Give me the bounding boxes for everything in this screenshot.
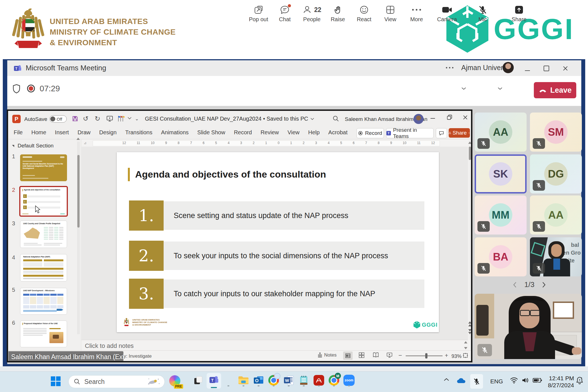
ppt-share-button[interactable]: Share	[449, 128, 470, 138]
zoom-slider-thumb[interactable]	[425, 353, 427, 358]
autosave-toggle[interactable]: Off	[49, 115, 67, 123]
record-presentation-button[interactable]: Record	[357, 128, 384, 138]
quickaccess-chevron-icon[interactable]	[128, 117, 132, 119]
undo-icon[interactable]: ↺	[83, 115, 89, 123]
toolbar-overflow-icon[interactable]: ⌄	[135, 116, 139, 122]
chat-button[interactable]: Chat	[271, 5, 298, 23]
taskbar-outlook[interactable]: O	[252, 374, 265, 387]
zoom-out-button[interactable]: −	[398, 352, 402, 359]
taskbar-edge[interactable]	[222, 374, 235, 387]
slide-canvas[interactable]: Agenda and objectives of the consultatio…	[117, 152, 439, 332]
menu-view[interactable]: View	[288, 129, 300, 136]
panel-scroll-up-icon[interactable]	[77, 138, 80, 140]
menu-transitions[interactable]: Transitions	[125, 129, 152, 136]
view-slideshow-button[interactable]	[387, 352, 392, 358]
participant-tile-aa1[interactable]: AA	[475, 113, 527, 152]
task-view-button[interactable]	[192, 374, 204, 387]
ppt-search-icon[interactable]	[333, 115, 339, 122]
menu-help[interactable]: Help	[308, 129, 320, 136]
zoom-percent[interactable]: 93%	[451, 353, 462, 359]
mic-button[interactable]: Mic	[472, 5, 494, 23]
tray-language[interactable]: ENG	[490, 378, 503, 385]
view-sorter-button[interactable]	[359, 352, 364, 358]
popout-button[interactable]: Pop out	[245, 5, 272, 23]
tray-volume-icon[interactable]	[522, 377, 529, 384]
copilot-button[interactable]: PRE	[169, 375, 182, 389]
redo-icon[interactable]: ↻	[95, 115, 100, 123]
panel-scrollbar[interactable]	[77, 142, 80, 334]
tray-wifi-icon[interactable]	[510, 377, 518, 384]
comments-button[interactable]	[436, 128, 447, 138]
self-video-tile[interactable]	[475, 294, 582, 359]
meeting-security-shield-icon[interactable]	[12, 84, 21, 94]
taskbar-word[interactable]: W	[283, 374, 295, 387]
participant-tile-ba[interactable]: BA	[475, 237, 527, 276]
menu-slideshow[interactable]: Slide Show	[197, 129, 225, 136]
taskbar-file-explorer[interactable]	[237, 374, 250, 387]
slide-thumbnail-6[interactable]: Proposed Adaptation Vision of the UAE	[20, 321, 67, 347]
taskbar-teams-active[interactable]: T	[207, 373, 221, 389]
flags-icon[interactable]	[118, 115, 125, 122]
minimize-button[interactable]	[521, 66, 534, 75]
ppt-close-button[interactable]	[459, 113, 471, 121]
menu-acrobat[interactable]: Acrobat	[328, 129, 348, 136]
tray-chevron-icon[interactable]	[443, 377, 450, 381]
camera-options-chevron-icon[interactable]	[461, 87, 466, 90]
participant-tile-sk-active[interactable]: SK	[475, 154, 527, 193]
menu-design[interactable]: Design	[99, 129, 116, 136]
start-button[interactable]	[51, 376, 61, 386]
maximize-button[interactable]	[540, 64, 553, 73]
zoom-slider[interactable]	[406, 355, 443, 356]
zoom-in-button[interactable]: +	[445, 352, 448, 359]
participant-tile-mm[interactable]: MM	[475, 195, 527, 235]
taskbar-notepad[interactable]	[298, 374, 310, 387]
present-in-teams-button[interactable]: T Present in Teams	[386, 128, 434, 138]
react-button[interactable]: React	[351, 5, 377, 23]
more-button[interactable]: More	[403, 5, 430, 23]
slide-thumbnail-1[interactable]: Gender and Social Baseline Assessment to…	[20, 154, 67, 181]
taskbar-search[interactable]: Search	[68, 375, 165, 388]
view-button[interactable]: View	[377, 5, 404, 23]
view-reading-button[interactable]	[373, 352, 379, 358]
notes-pane[interactable]: Click to add notes	[82, 340, 468, 350]
ppt-user-avatar[interactable]	[413, 114, 424, 124]
raise-hand-button[interactable]: Raise	[324, 5, 351, 23]
account-avatar[interactable]	[503, 62, 514, 73]
titlebar-more-options-icon[interactable]	[446, 67, 453, 68]
tray-battery-icon[interactable]	[533, 377, 542, 383]
ppt-minimize-button[interactable]	[426, 114, 439, 123]
menu-insert[interactable]: Insert	[55, 129, 69, 136]
section-header[interactable]: Default Section	[11, 143, 54, 149]
leave-button[interactable]: Leave	[534, 82, 576, 98]
mic-options-chevron-icon[interactable]	[498, 87, 503, 90]
view-normal-button[interactable]	[343, 352, 353, 360]
fit-slide-button[interactable]	[463, 353, 468, 358]
menu-draw[interactable]: Draw	[78, 129, 91, 136]
slide-thumbnail-3[interactable]: UAE Country and Climate Profile Snapshot	[20, 221, 67, 248]
tray-mic-muted[interactable]	[470, 374, 483, 389]
taskbar-chrome-profile[interactable]	[267, 374, 280, 387]
menu-review[interactable]: Review	[260, 129, 279, 136]
notification-bell-icon[interactable]: zz	[576, 376, 584, 385]
participant-tile-sm[interactable]: SM	[530, 113, 582, 152]
onedrive-icon[interactable]	[456, 377, 466, 384]
taskbar-zoom[interactable]: zoom	[343, 374, 355, 387]
people-button[interactable]: 22 People	[297, 5, 327, 23]
pagination-next-icon[interactable]	[542, 281, 546, 288]
slide-thumbnail-4[interactable]: National Adaptation Plan (NAP)	[20, 254, 67, 281]
taskbar-gmail-chrome[interactable]: M	[328, 374, 340, 387]
save-icon[interactable]	[72, 115, 78, 122]
participant-tile-dg[interactable]: DG	[530, 154, 582, 193]
pagination-prev-icon[interactable]	[513, 281, 517, 288]
close-button[interactable]	[559, 64, 572, 73]
menu-home[interactable]: Home	[31, 129, 46, 136]
menu-record[interactable]: Record	[234, 129, 252, 136]
slide-scrollbar[interactable]	[469, 140, 471, 340]
share-button[interactable]: Share	[508, 5, 530, 23]
document-title[interactable]: GESI Consultation_UAE NAP Dev_27Aug2024 …	[145, 116, 314, 122]
notes-toggle-button[interactable]: Notes	[317, 352, 336, 358]
participant-tile-aa2[interactable]: AA	[530, 195, 582, 235]
tray-clock[interactable]: 12:41 PM 8/27/2024	[545, 375, 574, 389]
menu-file[interactable]: File	[14, 129, 23, 136]
taskbar-acrobat[interactable]	[313, 374, 325, 387]
